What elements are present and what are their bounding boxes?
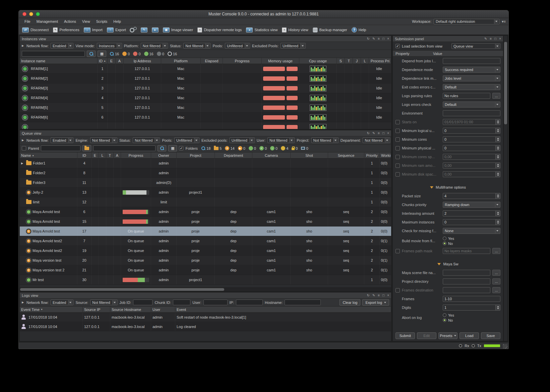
column-header[interactable]: Owner [151,152,177,158]
logs-tools-icon[interactable]: ✎ [372,293,375,298]
property-spinner-value[interactable]: 0,00 [443,171,496,177]
column-header[interactable]: Project [177,152,215,158]
toolbar-send-command[interactable]: ▸ [152,27,159,32]
property-spinner[interactable]: 0 [443,128,500,134]
resize-grip[interactable] [503,344,507,349]
submit-button[interactable]: Submit [395,332,415,339]
instances-search-input[interactable] [22,51,85,57]
property-spinner[interactable]: 0 [443,145,500,151]
property-enable-checkbox[interactable] [395,129,400,133]
job-row[interactable]: limit12limit10(0) [20,197,391,207]
column-header[interactable]: Shot [291,152,328,158]
status-counter[interactable]: ↓0 [270,146,278,150]
spinner-arrows-icon[interactable] [496,119,500,125]
search-button[interactable] [158,145,166,151]
column-header[interactable]: Source IP [83,307,110,312]
column-header[interactable]: T [345,58,353,64]
logs-filter-1-select[interactable]: Not filtered [90,300,117,305]
column-header[interactable]: Progress [223,58,262,64]
property-input[interactable]: No layers masks [443,248,490,254]
toolbar-backup-manager[interactable]: Backup manager [313,27,347,32]
logs-filter-0-select[interactable]: Enabled [51,300,73,305]
radio-option-yes[interactable]: Yes [443,237,500,241]
property-input[interactable] [443,270,490,276]
column-header[interactable]: L [361,58,369,64]
logs-filter-input-4[interactable] [285,300,321,305]
menu-scripts[interactable]: Scripts [93,19,111,23]
column-header[interactable]: E [91,152,99,158]
property-select[interactable]: Default [443,84,500,90]
collapse-arrow-icon[interactable]: ▶ [22,44,24,47]
instance-row[interactable]: RFARM[2]2127.0.0.1MacIdle [20,74,391,83]
property-spinner[interactable]: 0,00 [443,154,500,160]
property-select[interactable]: Ramping down [443,202,500,208]
queue-filter-6-select[interactable]: Not filtered [311,137,339,143]
expander-icon[interactable]: ▶ [21,161,25,165]
log-row[interactable]: 17/01/2018 10:04127.0.0.1macbook-leo-3.l… [20,313,391,322]
property-spinner[interactable]: 0,00 [443,162,500,169]
spinner-arrows-icon[interactable] [496,145,500,151]
column-header[interactable]: Ip Address [124,58,161,64]
property-input[interactable] [443,278,490,284]
job-row[interactable]: IIMaya Arnold test17On queueadminprojede… [20,226,391,236]
status-counter[interactable]: 0 [133,52,140,56]
presets-button[interactable]: Presets [438,332,458,339]
property-spinner-value[interactable]: 0 [443,145,496,151]
collapse-arrow-icon[interactable]: ▶ [22,139,24,142]
spinner-arrows-icon[interactable] [496,193,500,199]
queue-horizontal-scrollbar[interactable] [20,287,391,291]
close-window-button[interactable] [22,12,26,16]
toolbar-image-viewer[interactable]: ▣Image viewer [163,27,193,32]
browse-button[interactable]: ... [492,278,500,284]
spinner-arrows-icon[interactable] [496,136,500,142]
clear-filter-button[interactable]: ▦ [98,51,106,57]
load-selection-checkbox[interactable]: ✓ [395,44,400,48]
property-spinner[interactable]: 01/01/1970 01:00 [443,119,500,125]
submission-maximize-icon[interactable]: □ [494,36,496,42]
column-header[interactable]: Working n [380,152,391,158]
instance-row[interactable]: RFARM[5]5127.0.0.1MacIdle [20,103,391,113]
column-header[interactable]: Camera [252,152,291,158]
section-header-multiframe-options[interactable]: Multiframe options [393,183,503,192]
menu-help[interactable]: Help [110,19,124,23]
instance-row[interactable]: RFARM[3]3127.0.0.1MacIdle [20,83,391,93]
column-header[interactable]: A [116,58,124,64]
spinner-arrows-icon[interactable] [496,171,500,177]
queue-maximize-icon[interactable]: □ [382,131,384,136]
column-header[interactable]: Event Time▼ [20,307,83,312]
job-row[interactable]: ▶Folder14admin10(0) [20,158,391,168]
radio-option-yes[interactable]: Yes [443,313,500,317]
property-spinner[interactable]: 2 [443,210,500,216]
radio-option-no[interactable]: No [443,318,500,322]
status-counter[interactable]: 18 [201,146,210,150]
column-header[interactable]: Elapsed [201,58,223,64]
column-header[interactable]: Instance name [20,58,98,64]
property-enable-checkbox[interactable] [395,155,400,159]
spinner-arrows-icon[interactable] [496,128,500,134]
property-enable-checkbox[interactable] [395,172,400,177]
toolbar-export[interactable]: ↑Export [107,27,126,32]
parent-input[interactable] [41,145,80,151]
status-counter[interactable]: ▶0 [238,146,245,150]
submission-menu-icon[interactable]: ≡ [490,36,492,42]
logs-menu-icon[interactable]: ≡ [378,293,380,298]
menu-actions[interactable]: Actions [61,19,79,23]
property-enable-checkbox[interactable] [395,120,400,124]
queue-filter-3-select[interactable]: Unfiltered [174,137,199,143]
toolbar-preferences[interactable]: ✎Preferences [53,27,79,32]
column-header[interactable]: Progress [121,152,151,158]
logs-close-icon[interactable]: × [387,293,389,298]
job-row[interactable]: IIJelly-213adminproject110(0) [20,188,391,197]
browse-button[interactable]: ... [492,248,500,254]
logs-refresh-icon[interactable]: ↻ [367,293,369,298]
spinner-arrows-icon[interactable] [496,210,500,216]
property-spinner[interactable]: 0 [443,136,500,142]
save-button[interactable]: Save [481,332,500,339]
section-header-maya-sw[interactable]: Maya Sw [393,260,503,268]
folders-checkbox[interactable]: ✓ [179,146,183,150]
menu-view[interactable]: View [79,19,93,23]
logs-maximize-icon[interactable]: □ [382,293,384,298]
property-spinner-value[interactable]: 0,00 [443,162,496,169]
toolbar-engine-settings[interactable] [130,27,136,32]
status-counter[interactable]: 0 [157,52,164,56]
